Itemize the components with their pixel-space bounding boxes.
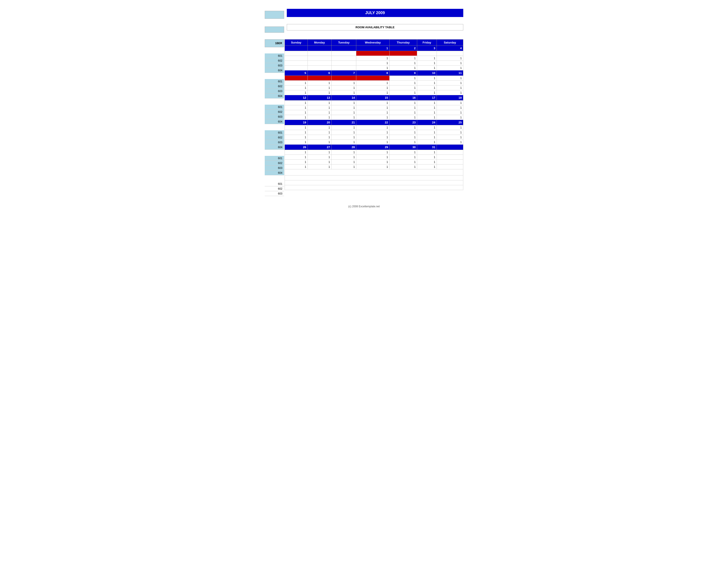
calendar-table: Sunday Monday Tuesday Wednesday Thursday…: [285, 39, 463, 190]
w5-room-603: 603: [265, 165, 284, 170]
w1-603-fri: 1: [417, 61, 437, 66]
th-tuesday: Tuesday: [331, 39, 356, 46]
w2-603-mon: 1: [308, 85, 331, 90]
w4-603-row: 1 1 1 1 1 1 1: [285, 135, 463, 140]
w4-604-tue: 1: [331, 140, 356, 145]
w5-604-thu: 1: [389, 164, 417, 169]
w5-604-sun: 1: [285, 164, 308, 169]
w1-602-tue: [331, 56, 356, 61]
w4-601-fri: 1: [417, 125, 437, 130]
w2-603-tue: 1: [331, 85, 356, 90]
w2-601-row: 1 1 1: [285, 76, 463, 81]
day-header-row: Sunday Monday Tuesday Wednesday Thursday…: [285, 39, 463, 46]
w1-room-601: 601: [265, 53, 284, 58]
w2-603-row: 1 1 1 1 1 1 1: [285, 85, 463, 90]
w2-602-fri: 1: [417, 81, 437, 85]
w6-603-row: [285, 185, 463, 190]
w3-604-tue: 1: [331, 115, 356, 120]
w6-601-row: [285, 175, 463, 180]
w2-604-fri: 1: [417, 90, 437, 95]
w1-604-sun: [285, 66, 308, 70]
w2-601-wed: [356, 76, 389, 81]
w2-603-fri: 1: [417, 85, 437, 90]
w4-602-thu: 1: [389, 130, 417, 135]
w1-602-row: 1 1 1 1: [285, 56, 463, 61]
w5-602-row: 1 1 1 1 1 1: [285, 155, 463, 160]
w2-602-sun: 1: [285, 81, 308, 85]
w2-601-sat: 1: [437, 76, 463, 81]
w2-room-602: 602: [265, 84, 284, 89]
w5-mon: 27: [308, 145, 331, 150]
subtitle-bar: ROOM AVAILABILITY TABLE: [287, 24, 463, 35]
w3-602-sat: 1: [437, 105, 463, 110]
w1-603-mon: [308, 61, 331, 66]
w5-602-sat: [437, 155, 463, 160]
w1-thu: 2: [389, 46, 417, 51]
w3-601-mon: 1: [308, 100, 331, 105]
w3-602-row: 1 1 1 1 1 1 1: [285, 105, 463, 110]
w1-602-sun: [285, 56, 308, 61]
page-wrapper: JULY 2009 ROOM AVAILABILITY TABLE 1BER 6…: [265, 9, 463, 208]
w3-604-thu: 1: [389, 115, 417, 120]
w3-602-mon: 1: [308, 105, 331, 110]
w3-603-sat: 1: [437, 110, 463, 115]
week5-header: 26 27 28 29 30 31: [285, 145, 463, 150]
week-spacer-6: [265, 175, 285, 181]
w5-602-fri: 1: [417, 155, 437, 160]
w3-603-tue: 1: [331, 110, 356, 115]
w5-601-sat: [437, 150, 463, 155]
w4-603-sun: 1: [285, 135, 308, 140]
w1-fri: 3: [417, 46, 437, 51]
w3-601-tue: 1: [331, 100, 356, 105]
w5-603-sun: 1: [285, 160, 308, 164]
w5-604-tue: 1: [331, 164, 356, 169]
w5-603-thu: 1: [389, 160, 417, 164]
w4-603-thu: 1: [389, 135, 417, 140]
w5-603-wed: 1: [356, 160, 389, 164]
w6-603: [285, 185, 463, 190]
w6-room-603: 603: [265, 191, 284, 196]
w3-602-fri: 1: [417, 105, 437, 110]
w4-room-603: 603: [265, 140, 284, 145]
w2-603-wed: 1: [356, 85, 389, 90]
w3-601-sun: 1: [285, 100, 308, 105]
w3-604-sun: 1: [285, 115, 308, 120]
w5-thu: 30: [389, 145, 417, 150]
w3-604-sat: 1: [437, 115, 463, 120]
w2-fri: 10: [417, 70, 437, 76]
w3-603-sun: 1: [285, 110, 308, 115]
w1-603-thu: 1: [389, 61, 417, 66]
w4-602-wed: 1: [356, 130, 389, 135]
week-spacer-1: [265, 47, 285, 53]
w3-603-thu: 1: [389, 110, 417, 115]
w2-601-thu: 1: [389, 76, 417, 81]
w4-602-fri: 1: [417, 130, 437, 135]
w1-603-sat: 1: [437, 61, 463, 66]
w2-602-wed: 1: [356, 81, 389, 85]
w4-fri: 24: [417, 120, 437, 125]
w1-601-mon: [308, 51, 331, 56]
w5-601-wed: 1: [356, 150, 389, 155]
w1-wed: 1: [356, 46, 389, 51]
w4-602-sun: 1: [285, 130, 308, 135]
w4-604-fri: 1: [417, 140, 437, 145]
week1-header: 1 2 3 4: [285, 46, 463, 51]
w3-601-wed: 1: [356, 100, 389, 105]
w4-tue: 21: [331, 120, 356, 125]
w5-601-mon: 1: [308, 150, 331, 155]
w4-603-sat: 1: [437, 135, 463, 140]
w4-604-thu: 1: [389, 140, 417, 145]
w1-602-wed: 1: [356, 56, 389, 61]
w4-601-row: 1 1 1 1 1 1 1: [285, 125, 463, 130]
w3-602-thu: 1: [389, 105, 417, 110]
w3-room-604: 604: [265, 119, 284, 124]
w5-601-fri: 1: [417, 150, 437, 155]
w5-604-wed: 1: [356, 164, 389, 169]
w2-tue: 7: [331, 70, 356, 76]
w2-604-row: 1 1 1 1 1 1 1: [285, 90, 463, 95]
th-wednesday: Wednesday: [356, 39, 389, 46]
w2-601-tue: [331, 76, 356, 81]
w2-wed: 8: [356, 70, 389, 76]
w3-room-603: 603: [265, 114, 284, 119]
w5-602-wed: 1: [356, 155, 389, 160]
